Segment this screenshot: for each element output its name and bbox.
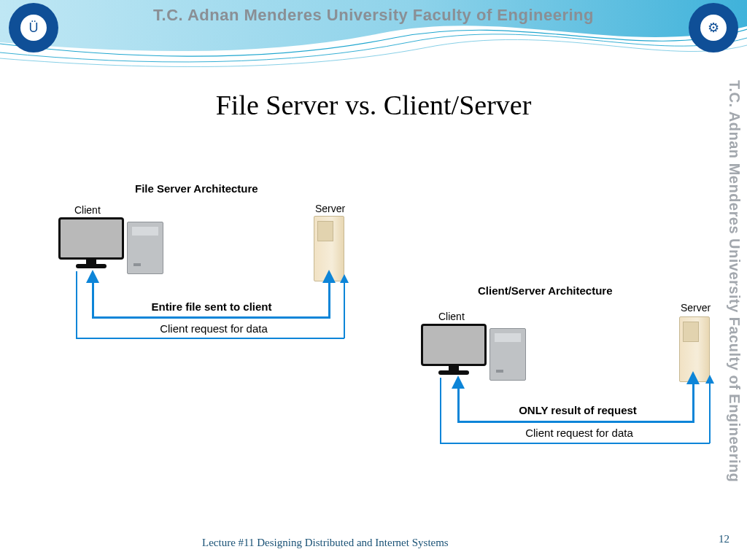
side-institution-text: T.C. Adnan Menderes University Faculty o…	[724, 80, 744, 518]
slide-title: File Server vs. Client/Server	[0, 89, 747, 121]
slide-header: T.C. Adnan Menderes University Faculty o…	[0, 0, 747, 69]
flow-label-entire-file: Entire file sent to client	[131, 300, 292, 313]
flow-label-client-request: Client request for data	[503, 427, 656, 439]
server-label: Server	[681, 302, 711, 314]
university-crest-icon: Ü	[9, 3, 58, 52]
faculty-crest-icon: ⚙	[689, 3, 738, 52]
header-institution-text: T.C. Adnan Menderes University Faculty o…	[0, 6, 747, 25]
client-label: Client	[438, 311, 465, 322]
client-label: Client	[74, 204, 101, 216]
slide-number: 12	[719, 533, 729, 545]
diagram1-title: File Server Architecture	[135, 182, 258, 195]
diagram2-title: Client/Server Architecture	[478, 284, 613, 297]
slide-footer: Lecture #11 Designing Distributed and In…	[202, 536, 508, 551]
server-label: Server	[315, 203, 345, 214]
flow-label-only-result: ONLY result of request	[494, 404, 662, 416]
flow-label-client-request: Client request for data	[137, 322, 290, 335]
